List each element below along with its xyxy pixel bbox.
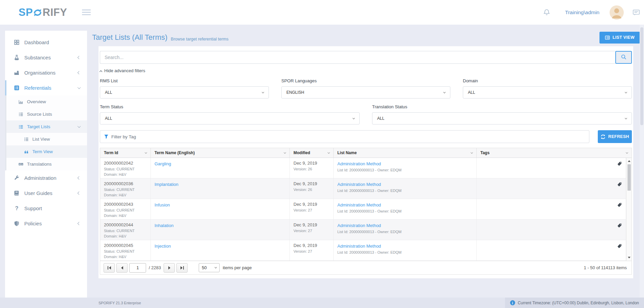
term-status-select[interactable]: ALL xyxy=(100,112,360,124)
sidebar-item-dashboard[interactable]: Dashboard xyxy=(5,35,87,50)
spor-languages-select[interactable]: ENGLISH xyxy=(281,86,450,99)
sidebar-item-translations[interactable]: Az Translations xyxy=(5,158,87,170)
hide-advanced-filters-link[interactable]: Hide advanced filters xyxy=(100,68,145,73)
search-input[interactable] xyxy=(100,51,615,64)
page-size-select[interactable]: 50 xyxy=(199,263,220,272)
scroll-up-arrow-icon[interactable] xyxy=(628,159,631,162)
sidebar-item-user-guides[interactable]: User Guides xyxy=(5,186,87,201)
page-scrollbar-thumb[interactable] xyxy=(640,27,643,125)
chat-icon[interactable] xyxy=(633,9,640,16)
sidebar: Dashboard Substances Organisations Refer… xyxy=(5,31,87,298)
sidebar-item-organisations[interactable]: Organisations xyxy=(5,65,87,80)
sidebar-item-substances[interactable]: Substances xyxy=(5,50,87,65)
chevron-down-icon xyxy=(625,91,627,93)
spor-languages-field: SPOR Languages ENGLISH xyxy=(281,78,450,99)
table-rows: 200000002042 Status: CURRENT Domain: H&V… xyxy=(100,158,626,261)
list-name-link[interactable]: Administration Method xyxy=(337,182,381,187)
column-header-list-name[interactable]: List Name xyxy=(334,148,477,158)
page-scrollbar[interactable] xyxy=(640,25,644,298)
timezone-label: Current Timezone: (UTC+00:00) Dublin, Ed… xyxy=(518,301,639,305)
rms-list-value: ALL xyxy=(105,90,112,95)
refresh-button[interactable]: REFRESH xyxy=(598,130,632,143)
table-row: 200000002042 Status: CURRENT Domain: H&V… xyxy=(100,158,626,178)
column-header-modified[interactable]: Modified xyxy=(290,148,334,158)
avatar[interactable] xyxy=(610,5,624,20)
sort-chevron-icon xyxy=(145,151,147,153)
term-name-link[interactable]: Infusion xyxy=(155,202,170,207)
term-name-link[interactable]: Implantation xyxy=(155,182,178,187)
page-size-value: 50 xyxy=(202,265,206,270)
sidebar-item-support[interactable]: ? Support xyxy=(5,201,87,216)
wrench-icon xyxy=(13,175,20,181)
translation-status-select[interactable]: ALL xyxy=(372,112,632,124)
column-header-term-id[interactable]: Term Id xyxy=(100,148,151,158)
sidebar-item-overview[interactable]: Overview xyxy=(5,95,87,108)
term-id: 200000002042 xyxy=(104,161,147,166)
domain-select[interactable]: ALL xyxy=(463,86,632,99)
table-scrollbar[interactable] xyxy=(626,158,632,261)
modified-version: Version: 27 xyxy=(293,229,330,233)
page-subtitle: Browse target referential terms xyxy=(171,37,228,41)
modified-date: Dec 9, 2019 xyxy=(293,243,330,248)
rms-list-label: RMS List xyxy=(100,78,269,83)
term-status-label: Term Status xyxy=(100,104,360,109)
sidebar-item-source-lists[interactable]: Source Lists xyxy=(5,108,87,120)
list-box-icon xyxy=(13,85,20,91)
tag-icon[interactable] xyxy=(617,223,622,228)
main-content: Target Lists (All Terms) Browse target r… xyxy=(92,25,640,298)
sidebar-item-list-view[interactable]: List View xyxy=(5,133,87,145)
term-id: 200000002044 xyxy=(104,222,147,227)
modified-version: Version: 26 xyxy=(293,188,330,192)
search-row xyxy=(100,51,632,64)
sidebar-item-administration[interactable]: Administration xyxy=(5,170,87,186)
svg-text:?: ? xyxy=(15,205,18,211)
list-name-link[interactable]: Administration Method xyxy=(337,223,381,228)
term-name-link[interactable]: Gargling xyxy=(155,161,171,166)
previous-page-button[interactable] xyxy=(116,263,128,273)
search-button[interactable] xyxy=(615,51,632,64)
next-page-button[interactable] xyxy=(164,263,175,273)
pagination-bar: / 2283 50 items per page 1 - 50 of 11411… xyxy=(100,261,632,275)
sidebar-item-referentials[interactable]: Referentials xyxy=(5,80,87,95)
logo-text-rify: RIFY xyxy=(43,6,67,19)
scrollbar-thumb[interactable] xyxy=(627,164,631,191)
last-page-button[interactable] xyxy=(176,263,188,273)
notifications-bell-icon[interactable] xyxy=(543,9,550,16)
list-name-link[interactable]: Administration Method xyxy=(337,161,381,166)
page-body: Dashboard Substances Organisations Refer… xyxy=(0,25,644,298)
tag-filter-input[interactable] xyxy=(111,134,585,139)
term-domain: Domain: H&V xyxy=(104,172,147,176)
search-icon xyxy=(621,54,627,61)
term-id: 200000002036 xyxy=(104,181,147,186)
term-name-link[interactable]: Injection xyxy=(155,244,171,249)
shield-icon xyxy=(13,221,20,226)
term-id: 200000002043 xyxy=(104,202,147,207)
spor-languages-value: ENGLISH xyxy=(286,90,304,95)
page-number-input[interactable] xyxy=(129,263,146,273)
scroll-down-arrow-icon[interactable] xyxy=(628,257,631,260)
term-domain: Domain: H&V xyxy=(104,193,147,197)
list-info: List Id: 200000000013 - Owner: EDQM xyxy=(337,168,473,172)
app-logo: SP RIFY xyxy=(19,6,67,19)
list-name-link[interactable]: Administration Method xyxy=(337,202,381,207)
first-page-button[interactable] xyxy=(104,263,115,273)
column-header-term-name-english[interactable]: Term Name (English) xyxy=(151,148,290,158)
tag-icon[interactable] xyxy=(617,161,622,166)
tag-icon[interactable] xyxy=(617,244,622,249)
hamburger-menu-icon[interactable] xyxy=(82,8,91,17)
term-name-link[interactable]: Inhalation xyxy=(155,223,173,228)
sidebar-item-term-view[interactable]: Term View xyxy=(5,145,87,158)
list-name-link[interactable]: Administration Method xyxy=(337,244,381,249)
rms-list-select[interactable]: ALL xyxy=(100,86,269,99)
list-view-button[interactable]: LIST VIEW xyxy=(599,32,640,44)
user-name[interactable]: Training\admin xyxy=(565,9,599,16)
tag-icon[interactable] xyxy=(617,202,622,207)
modified-version: Version: 27 xyxy=(293,249,330,253)
content-card: Hide advanced filters RMS List ALL SPOR … xyxy=(99,46,633,278)
modified-version: Version: 26 xyxy=(293,167,330,171)
domain-label: Domain xyxy=(463,78,632,83)
column-header-tags[interactable]: Tags xyxy=(477,148,632,158)
tag-icon[interactable] xyxy=(617,182,622,187)
sidebar-item-target-lists[interactable]: Target Lists xyxy=(5,120,87,133)
sidebar-item-policies[interactable]: Policies xyxy=(5,216,87,231)
